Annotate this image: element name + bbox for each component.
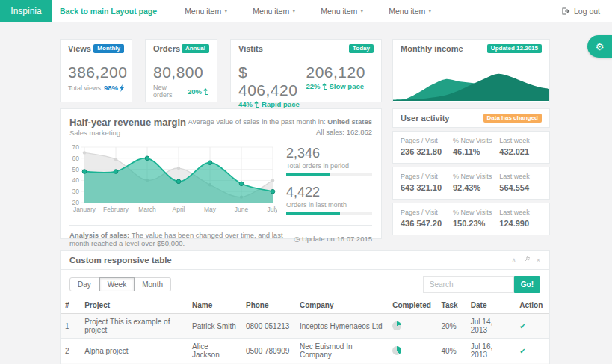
orders-card-header: Orders Annual [146, 40, 217, 58]
table-header-row: # Project Name Phone Company Completed T… [61, 297, 549, 314]
search-group: Go! [423, 276, 540, 293]
orders-title: Orders [153, 44, 180, 53]
revenue-area-chart: 203040506070JanuaryFebruaryMarchAprilMay… [69, 141, 277, 214]
annual-badge: Annual [182, 44, 209, 53]
monthly-income-card: Monthly income Updated 12.2015 [392, 39, 550, 102]
revenue-header: Half-year revenue margin Sales marketing… [69, 117, 372, 138]
menu-item-4[interactable]: Menu item ▾ [376, 0, 444, 22]
visits-left-delta: 44% Rapid pace [238, 100, 300, 108]
table-panel-header: Custom responsive table ∧ × [61, 251, 549, 270]
views-card-body: 386,200 Total views 98% [61, 58, 132, 97]
completed-pie-chart [392, 346, 401, 355]
views-value: 386,200 [68, 64, 124, 81]
menu-item-label: Menu item [185, 7, 221, 16]
visits-right-value: 206,120 [306, 64, 374, 81]
top-navbar: Inspinia Back to main Layout page Menu i… [0, 0, 612, 22]
wrench-icon[interactable] [523, 256, 530, 265]
orders-month-value: 4,422 [286, 185, 372, 200]
back-to-layout-link[interactable]: Back to main Layout page [52, 0, 172, 22]
user-activity-row: Pages / Visit236 321.80 % New Visits46.1… [392, 131, 550, 164]
svg-text:May: May [204, 206, 217, 213]
theme-settings-button[interactable]: ⚙ [587, 35, 612, 58]
col-header-date: Date [466, 297, 515, 314]
orders-month-progress [286, 212, 372, 215]
sign-out-icon [562, 7, 570, 15]
visits-left-stat: $ 406,420 44% Rapid pace [238, 64, 306, 108]
today-badge: Today [349, 44, 374, 53]
monthly-badge: Monthly [93, 44, 124, 53]
menu-item-1[interactable]: Menu item ▾ [172, 0, 240, 22]
monthly-income-chart [393, 58, 549, 101]
svg-text:70: 70 [72, 144, 80, 151]
visits-card-body: $ 406,420 44% Rapid pace 206,120 22% [231, 58, 381, 114]
menu-item-3[interactable]: Menu item ▾ [308, 0, 376, 22]
monthly-income-title: Monthly income [401, 44, 463, 53]
revenue-subtitle: Sales marketing. [69, 129, 186, 137]
col-header-action: Action [515, 297, 549, 314]
orders-card-body: 80,800 New orders 20% [146, 58, 217, 104]
table-panel-tools: ∧ × [511, 256, 540, 265]
menu-item-label: Menu item [321, 7, 357, 16]
revenue-meta: Average value of sales in the past month… [188, 117, 372, 138]
monthly-income-header: Monthly income Updated 12.2015 [393, 40, 549, 58]
updated-badge: Updated 12.2015 [487, 44, 542, 53]
day-filter-button[interactable]: Day [69, 277, 99, 291]
orders-delta: 20% [188, 87, 209, 96]
visits-right-delta: 22% Slow pace [306, 82, 364, 90]
menu-item-label: Menu item [389, 7, 425, 16]
go-button[interactable]: Go! [514, 276, 540, 293]
table-row: 2 Alpha project Alice Jackson 0500 78090… [61, 339, 549, 363]
svg-text:March: March [138, 206, 156, 213]
logout-button[interactable]: Log out [550, 0, 612, 22]
search-input[interactable] [423, 276, 514, 293]
menu-item-label: Menu item [253, 7, 289, 16]
table-toolbar: Day Week Month Go! [61, 270, 549, 297]
col-header-phone: Phone [241, 297, 295, 314]
col-header-project: Project [80, 297, 188, 314]
views-card-header: Views Monthly [61, 40, 132, 58]
orders-period-progress [286, 173, 372, 176]
visits-left-value: $ 406,420 [238, 64, 306, 99]
completed-pie-chart [392, 321, 401, 330]
visits-card-header: Vistits Today [231, 40, 381, 58]
level-up-icon [322, 83, 328, 90]
col-header-name: Name [188, 297, 241, 314]
visits-card: Vistits Today $ 406,420 44% Rapid pace 2… [230, 39, 382, 102]
chevron-down-icon: ▾ [292, 7, 295, 14]
user-activity-header: User activity Data has changed [392, 108, 550, 128]
revenue-panel: Half-year revenue margin Sales marketing… [60, 108, 382, 239]
chevron-down-icon: ▾ [224, 7, 227, 14]
bolt-icon [120, 84, 124, 92]
check-icon: ✔ [519, 347, 525, 355]
svg-text:July: July [267, 206, 277, 213]
col-header-num: # [61, 297, 80, 314]
chevron-down-icon: ▾ [360, 7, 363, 14]
orders-label: New orders [153, 84, 188, 99]
month-filter-button[interactable]: Month [135, 277, 171, 291]
table-panel-title: Custom responsive table [69, 256, 172, 265]
table-row: 1 Project This is example of project Pat… [61, 314, 549, 339]
navbar-spacer [444, 0, 550, 22]
svg-text:40: 40 [72, 176, 80, 184]
menu-item-2[interactable]: Menu item ▾ [240, 0, 308, 22]
second-row: Half-year revenue margin Sales marketing… [60, 108, 550, 239]
revenue-title: Half-year revenue margin [69, 117, 186, 128]
orders-period-value: 2,346 [286, 146, 372, 161]
week-filter-button[interactable]: Week [99, 277, 135, 291]
main-content: Views Monthly 386,200 Total views 98% [0, 22, 612, 364]
revenue-footer: Analysis of sales: The value has been ch… [69, 225, 372, 253]
user-activity-row: Pages / Visit643 321.10 % New Visits92.4… [392, 167, 550, 200]
col-header-completed: Completed [388, 297, 436, 314]
brand-logo[interactable]: Inspinia [0, 0, 52, 22]
svg-text:February: February [103, 206, 129, 213]
views-card: Views Monthly 386,200 Total views 98% [60, 39, 132, 102]
user-activity-title: User activity [401, 114, 449, 123]
orders-month-label: Orders in last month [286, 201, 372, 209]
clock-icon: ◷ [294, 235, 300, 243]
chevron-down-icon: ▾ [428, 7, 431, 14]
svg-text:June: June [235, 206, 249, 213]
svg-text:January: January [73, 206, 96, 213]
close-icon[interactable]: × [537, 256, 540, 264]
visits-title: Vistits [238, 44, 263, 53]
collapse-icon[interactable]: ∧ [511, 256, 516, 264]
